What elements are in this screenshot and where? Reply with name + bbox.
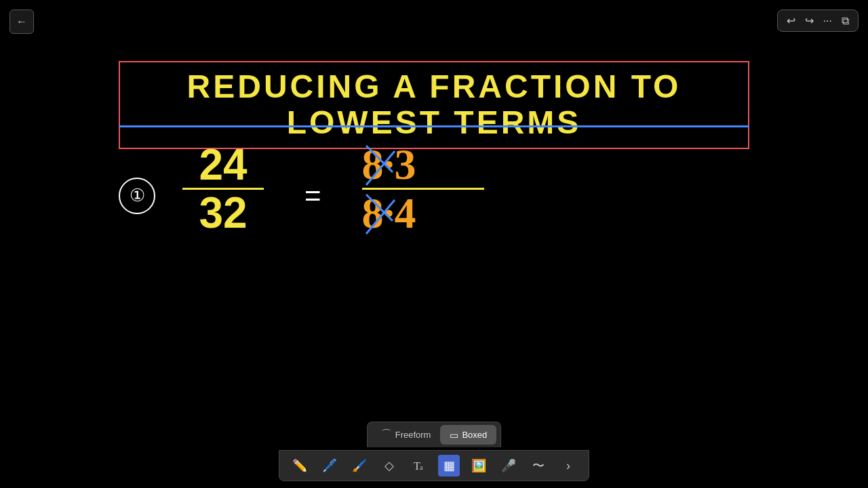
right-fraction: 8 · 3 8 · 4 xyxy=(362,142,484,235)
tab-freeform[interactable]: ⌒ Freeform xyxy=(372,425,441,445)
page-title: REDUCING A FRACTION TO LOWEST TERMS xyxy=(187,68,682,140)
image-tool[interactable]: 🖼️ xyxy=(468,455,490,476)
crossed-eight-num: 8 xyxy=(362,142,384,186)
equals-sign: = xyxy=(304,180,321,212)
numerator: 24 xyxy=(199,143,247,188)
undo-button[interactable]: ↩ xyxy=(783,13,799,28)
eraser-tool[interactable]: ◇ xyxy=(378,455,400,476)
top-right-toolbar: ↩ ↪ ··· ⧉ xyxy=(777,9,859,32)
marker-tool[interactable]: 🖌️ xyxy=(349,455,370,476)
toolbar-tabs: ⌒ Freeform ▭ Boxed xyxy=(367,422,502,447)
problem-number: ① xyxy=(119,178,155,214)
math-content: ① 24 32 = 8 · 3 8 xyxy=(119,142,484,235)
left-fraction: 24 32 xyxy=(182,143,264,235)
shapes-tool[interactable]: 〜 xyxy=(528,455,549,476)
blue-divider xyxy=(119,125,749,127)
boxed-icon: ▭ xyxy=(450,430,458,441)
crossed-eight-den: 8 xyxy=(362,191,384,235)
freeform-icon: ⌒ xyxy=(381,428,392,442)
bottom-toolbar: ⌒ Freeform ▭ Boxed ✏️ 🖊️ 🖌️ ◇ T a ▦ 🖼️ 🎤… xyxy=(279,422,589,481)
highlighter-tool[interactable]: 🖊️ xyxy=(319,455,340,476)
copy-button[interactable]: ⧉ xyxy=(838,14,852,28)
audio-tool[interactable]: 🎤 xyxy=(498,455,519,476)
more-button[interactable]: ··· xyxy=(820,14,835,28)
tab-boxed[interactable]: ▭ Boxed xyxy=(440,425,496,445)
eight-numerator: 8 xyxy=(362,143,384,186)
right-numerator: 8 · 3 xyxy=(362,142,416,188)
toolbar-icons: ✏️ 🖊️ 🖌️ ◇ T a ▦ 🖼️ 🎤 〜 › xyxy=(279,450,589,481)
title-box: REDUCING A FRACTION TO LOWEST TERMS xyxy=(119,61,749,149)
dot-numerator: · xyxy=(384,143,395,186)
denominator: 32 xyxy=(199,190,247,235)
pencil-tool[interactable]: ✏️ xyxy=(289,455,311,476)
svg-text:a: a xyxy=(420,464,423,471)
three-numerator: 3 xyxy=(395,143,416,186)
dot-denominator: · xyxy=(384,192,395,235)
redo-button[interactable]: ↪ xyxy=(802,13,817,28)
text-tool[interactable]: T a xyxy=(408,455,430,476)
right-denominator: 8 · 4 xyxy=(362,190,416,235)
selection-tool[interactable]: ▦ xyxy=(438,455,460,476)
more-tools[interactable]: › xyxy=(557,455,579,476)
back-button[interactable]: ← xyxy=(9,9,34,34)
back-icon: ← xyxy=(16,16,27,28)
eight-denominator: 8 xyxy=(362,192,384,235)
four-denominator: 4 xyxy=(395,192,416,235)
